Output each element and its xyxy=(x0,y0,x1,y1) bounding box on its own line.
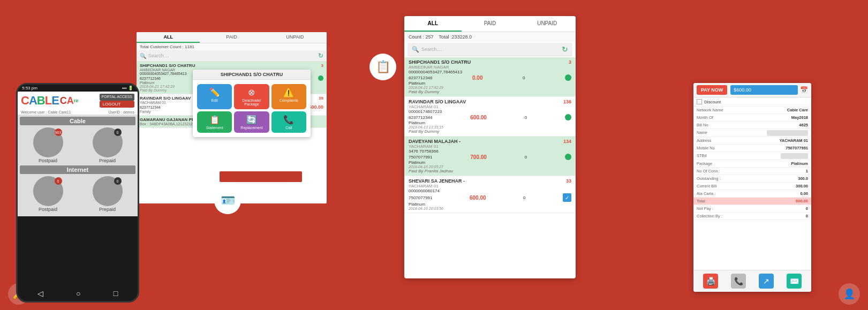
statement-button[interactable]: 📋 Statement xyxy=(197,111,232,133)
mobile-row: Mobile No 7507077991 xyxy=(693,145,811,152)
address-label: Address xyxy=(697,138,712,143)
main-items-list: SHIPCHAND1 S/O CHATRU 3 AMBEDKAR NAGAR 0… xyxy=(404,57,576,266)
complaints-button[interactable]: ⚠️ Complaints xyxy=(271,84,306,109)
tab-unpaid[interactable]: UNPAID xyxy=(263,32,327,43)
tab-paid[interactable]: PAID xyxy=(200,32,263,43)
home-icon[interactable]: ○ xyxy=(76,289,80,298)
package-value: Platinum xyxy=(791,161,808,166)
main-list-item[interactable]: RAVINDAR S/O LINGAAV 136 YACHARAM 01 000… xyxy=(404,97,576,137)
internet-section-header: Internet xyxy=(20,165,135,174)
main-tab-unpaid[interactable]: UNPAID xyxy=(518,16,576,32)
print-icon[interactable]: 🖨️ xyxy=(703,274,718,289)
search-icon: 🔍 xyxy=(140,53,146,59)
edit-button[interactable]: ✏️ Edit xyxy=(197,84,232,109)
action-title: SHIPCHAND1 S/O CHATRU xyxy=(193,70,311,80)
app-header: CABLE CAre PORTAL ACCESS LOGOUT xyxy=(18,92,138,110)
tab-all[interactable]: ALL xyxy=(137,32,200,43)
deactivate-icon: ⊗ xyxy=(248,87,255,97)
main-tab-paid[interactable]: PAID xyxy=(462,16,519,32)
search-bar: 🔍 Search.... ↻ xyxy=(137,50,327,62)
list-summary: Total Customer Count : 1181 xyxy=(137,43,327,50)
tabs-row: ALL PAID UNPAID xyxy=(137,32,327,43)
stb-label: STBd xyxy=(697,153,707,158)
name-row: Name ████████████ xyxy=(693,129,811,137)
address-value: YACHARAM 01 xyxy=(780,138,809,143)
network-name-row: Network Name Cable Care xyxy=(693,107,811,114)
name-label: Name xyxy=(697,130,707,135)
internet-prepaid-circle: 0 xyxy=(93,176,123,206)
outstanding-label: Outstanding : xyxy=(697,176,721,181)
email-icon[interactable]: ✉️ xyxy=(787,274,802,289)
current-bill-value: 300.00 xyxy=(796,184,808,188)
refresh-icon[interactable]: ↻ xyxy=(318,52,323,59)
payment-footer: 🖨️ 📞 ↗ ✉️ xyxy=(693,270,811,292)
internet-postpaid-btn[interactable]: 0 Postpaid xyxy=(20,176,76,212)
status-dot-3 xyxy=(565,154,571,160)
cable-postpaid-circle: 903 xyxy=(33,127,63,157)
internet-postpaid-label: Postpaid xyxy=(39,207,57,212)
replacement-button[interactable]: 🔄 Replacement xyxy=(234,111,269,133)
pay-amount-input[interactable]: $600.00 xyxy=(730,85,798,95)
complaints-icon: ⚠️ xyxy=(283,87,294,97)
item-name: RAVINDAR S/O LINGAAV xyxy=(140,96,191,101)
month-label: Month Of xyxy=(697,115,713,120)
calendar-icon[interactable]: 📅 xyxy=(800,86,808,94)
call-icon: 📞 xyxy=(283,115,294,125)
share-icon[interactable]: ↗ xyxy=(759,274,774,289)
main-tab-all[interactable]: ALL xyxy=(404,16,462,32)
id-card-icon: 🪪 xyxy=(214,187,241,214)
recents-icon[interactable]: □ xyxy=(114,289,118,298)
month-value: May2018 xyxy=(791,115,808,120)
main-search-bar: 🔍 Search.... ↻ xyxy=(407,43,572,56)
cable-prepaid-btn[interactable]: 0 Prepaid xyxy=(79,127,135,163)
current-bill-label: Current Bill xyxy=(697,184,716,188)
status-dot xyxy=(318,75,323,81)
address-row: Address YACHARAM 01 xyxy=(693,137,811,145)
main-list-item[interactable]: SHEVARI SA JENEHAR - 33 YACHARAM 01 0000… xyxy=(404,176,576,213)
status-dot-1 xyxy=(565,74,571,81)
main-refresh-icon[interactable]: ↻ xyxy=(562,45,568,54)
internet-postpaid-badge: 0 xyxy=(55,177,62,185)
cable-postpaid-btn[interactable]: 903 Postpaid xyxy=(20,127,76,163)
main-list-item[interactable]: SHIPCHAND1 S/O CHATRU 3 AMBEDKAR NAGAR 0… xyxy=(404,57,576,97)
discount-checkbox[interactable] xyxy=(697,99,702,104)
action-buttons: ✏️ Edit ⊗ Deactivate/ Package ⚠️ Complai… xyxy=(193,80,311,137)
total-label: Total : xyxy=(697,199,707,203)
cable-prepaid-label: Prepaid xyxy=(99,158,116,163)
back-icon[interactable]: ◁ xyxy=(37,289,43,298)
status-time: 5:53 pm xyxy=(22,86,37,90)
discount-label: Discount xyxy=(704,100,721,104)
welcome-text: Welcome user : Cable Care11 xyxy=(21,110,71,114)
internet-circles-row: 0 Postpaid 0 Prepaid xyxy=(20,176,135,212)
internet-prepaid-btn[interactable]: 0 Prepaid xyxy=(79,176,135,212)
status-icons: ▪▪▪ 🔋 xyxy=(122,86,133,90)
complaints-label: Complaints xyxy=(280,99,298,102)
action-panel: SHIPCHAND1 S/O CHATRU ✏️ Edit ⊗ Deactiva… xyxy=(193,70,311,137)
call-button[interactable]: 📞 Call xyxy=(271,111,306,133)
main-list-item[interactable]: DAVEYANI MALAJAH - 134 YACHARAM 01 3476 … xyxy=(404,137,576,176)
phone-icon[interactable]: 📞 xyxy=(731,274,746,289)
edit-label: Edit xyxy=(212,99,218,102)
collection-row: Collection By : 0 xyxy=(693,213,811,220)
package-label: Package xyxy=(697,161,712,166)
outstanding-value: 300.0 xyxy=(798,176,808,181)
main-summary: Count : 257 Total :233228.0 xyxy=(404,32,576,42)
logout-button[interactable]: LOGOUT xyxy=(100,101,134,108)
checked-icon: ✓ xyxy=(563,193,571,202)
pay-now-button[interactable]: PAY NOW xyxy=(697,85,727,95)
bill-no-row: Bill No 4625 xyxy=(693,122,811,129)
portal-access-button[interactable]: PORTAL ACCESS xyxy=(100,94,134,100)
stb-value: ████████ xyxy=(781,153,808,158)
bottom-nav: ◁ ○ □ xyxy=(18,286,138,301)
payment-header: PAY NOW $600.00 📅 xyxy=(693,83,811,97)
cable-prepaid-circle: 0 xyxy=(93,127,123,157)
statement-icon: 📋 xyxy=(209,115,220,125)
main-search-input[interactable]: Search.... xyxy=(421,47,562,52)
month-row: Month Of May2018 xyxy=(693,114,811,122)
deactivate-label: Deactivate/ Package xyxy=(236,99,267,106)
deactivate-button[interactable]: ⊗ Deactivate/ Package xyxy=(234,84,269,109)
item-name: SHIPCHAND1 S/O CHATRU xyxy=(140,63,195,68)
main-tabs: ALL PAID UNPAID xyxy=(404,16,576,32)
current-bill-row: Current Bill 300.00 xyxy=(693,183,811,190)
search-input[interactable]: Search.... xyxy=(148,53,318,58)
